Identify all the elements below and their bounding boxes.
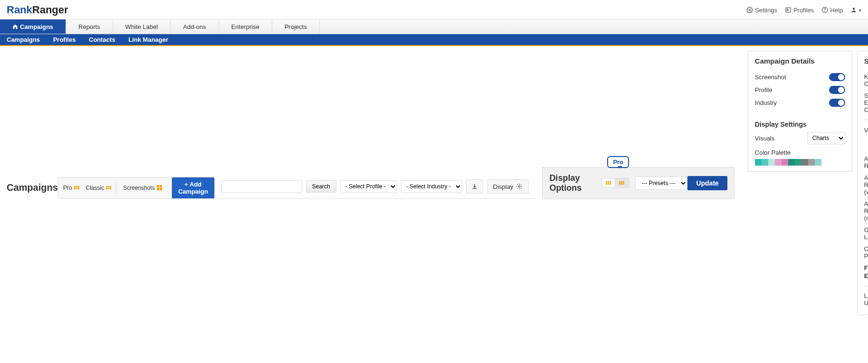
svg-rect-1 — [786, 8, 791, 12]
option-label: Keywords Count — [864, 73, 868, 87]
section-title: Campaign Details — [755, 57, 845, 65]
toggle[interactable] — [829, 73, 845, 81]
tab-white-label[interactable]: White Label — [113, 19, 171, 34]
display-options-title: Display Options — [549, 173, 594, 193]
layout-tabs — [601, 178, 630, 188]
layout-tab-3[interactable] — [629, 178, 630, 187]
profiles-link[interactable]: Profiles — [785, 7, 814, 14]
pro-tag: Pro — [607, 156, 629, 168]
option-label: Search Engines Count — [864, 92, 868, 113]
layout-tab-1[interactable] — [602, 178, 615, 187]
svg-point-5 — [853, 8, 855, 10]
visuals-label: Visuals — [755, 135, 775, 142]
grid-icon — [74, 186, 79, 189]
view-pro[interactable]: Pro Classic Screenshots — [58, 177, 172, 198]
logo: RankRanger — [7, 4, 68, 16]
palette-label: Color Palette — [755, 149, 845, 156]
visuals-select[interactable]: Charts — [807, 132, 845, 144]
option-label: Average Rank (weekly) — [864, 174, 868, 195]
subnav-contacts[interactable]: Contacts — [89, 36, 115, 43]
topbar: RankRanger Settings Profiles Help ▾ — [0, 0, 868, 19]
tab-enterprise[interactable]: Enterprise — [219, 19, 272, 34]
download-icon — [471, 183, 478, 190]
tab-addons[interactable]: Add-ons — [171, 19, 219, 34]
color-palette[interactable] — [755, 159, 845, 166]
section-title: Search — [864, 57, 868, 65]
download-button[interactable] — [466, 179, 483, 194]
view-classic[interactable]: Classic — [81, 183, 117, 193]
option-label: Gain & Loss (daily) — [864, 226, 868, 241]
industry-select[interactable]: - Select Industry - — [401, 180, 462, 193]
grid-icon — [619, 181, 624, 185]
tab-projects[interactable]: Projects — [272, 19, 320, 34]
main-nav: Campaigns Reports White Label Add-ons En… — [0, 19, 868, 34]
col-search: Search Keywords CountSearch Engines Coun… — [857, 51, 868, 315]
view-mode-group: Pro Classic Screenshots + Add Campaign — [58, 177, 215, 199]
page-title: Campaigns — [7, 182, 58, 193]
option-label: - Trends Chart — [864, 138, 868, 151]
grid-icon — [606, 181, 611, 185]
toggle[interactable] — [829, 86, 845, 94]
filter-search-engines[interactable]: Filter Search Engines — [864, 264, 868, 279]
option-label: Screenshot — [755, 74, 786, 81]
svg-point-2 — [787, 9, 788, 10]
layout-tab-2[interactable] — [615, 178, 629, 187]
col-campaign-details: Campaign Details ScreenshotProfileIndust… — [748, 51, 852, 172]
display-options-bar: Pro Display Options --- Presets --- Upda… — [542, 167, 734, 199]
user-menu[interactable]: ▾ — [850, 7, 861, 13]
user-icon — [850, 7, 857, 13]
top-menu: Settings Profiles Help ▾ — [746, 7, 861, 14]
gear-icon — [746, 7, 753, 13]
option-label: Industry — [755, 99, 777, 106]
columns: Campaign Details ScreenshotProfileIndust… — [741, 51, 868, 325]
help-link[interactable]: Help — [821, 7, 843, 14]
tab-campaigns[interactable]: Campaigns — [0, 19, 66, 34]
option-label: Average Rank — [864, 155, 868, 169]
home-icon — [12, 24, 18, 29]
settings-link[interactable]: Settings — [746, 7, 777, 14]
svg-point-0 — [749, 9, 751, 11]
subnav-link-manager[interactable]: Link Manager — [128, 36, 168, 43]
sub-nav: Campaigns Profiles Contacts Link Manager — [0, 34, 868, 46]
search-input[interactable] — [221, 180, 302, 193]
option-label: Visibility — [864, 127, 868, 134]
svg-point-6 — [519, 186, 521, 187]
option-label: Profile — [755, 86, 773, 93]
grid-icon — [157, 185, 162, 190]
section-title: Display Settings — [755, 121, 845, 128]
add-campaign-button[interactable]: + Add Campaign — [172, 177, 214, 198]
display-button[interactable]: Display — [487, 179, 529, 194]
update-button[interactable]: Update — [687, 176, 727, 190]
toggle[interactable] — [829, 99, 845, 107]
gear-icon — [516, 183, 523, 190]
chevron-down-icon: ▾ — [859, 8, 861, 13]
help-icon — [821, 7, 828, 13]
search-row: Search - Select Profile - - Select Indus… — [215, 177, 536, 199]
presets-select[interactable]: --- Presets --- — [635, 177, 687, 190]
last-update-label: Last Update — [864, 292, 868, 307]
subnav-profiles[interactable]: Profiles — [53, 36, 76, 43]
profile-select[interactable]: - Select Profile - — [340, 180, 397, 193]
view-screenshots[interactable]: Screenshots — [118, 183, 167, 193]
search-button[interactable]: Search — [306, 180, 336, 193]
svg-point-4 — [825, 11, 825, 12]
grid-icon — [106, 186, 111, 189]
tab-reports[interactable]: Reports — [66, 19, 113, 34]
option-label: Overall Performance — [864, 245, 868, 260]
subnav-campaigns[interactable]: Campaigns — [7, 36, 40, 43]
option-label: Average Rank (monthly) — [864, 200, 868, 222]
user-card-icon — [785, 7, 792, 13]
page-header: Campaigns Pro Classic Screenshots + Add … — [0, 46, 868, 327]
